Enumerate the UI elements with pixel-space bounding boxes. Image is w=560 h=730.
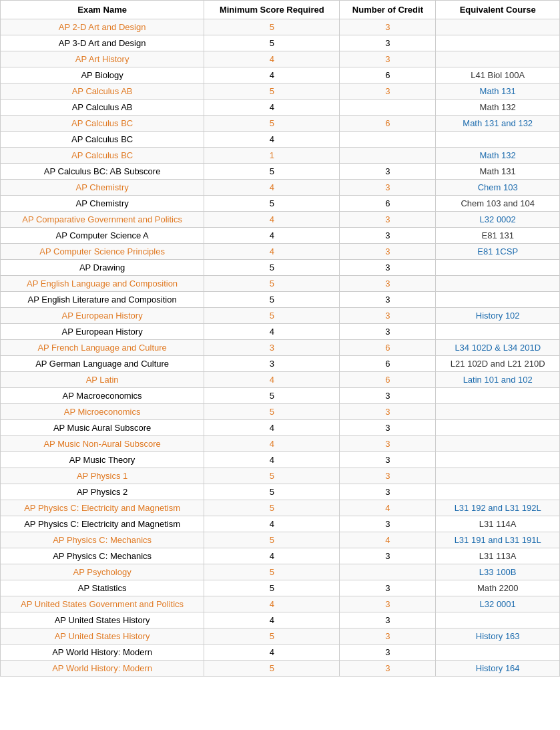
exam-name: AP Calculus BC [1,132,204,148]
equiv-course [436,51,560,67]
num-credit [340,148,436,164]
equiv-course [436,420,560,436]
equiv-course [436,292,560,308]
equiv-course: Math 131 [436,164,560,180]
table-row: AP Chemistry43Chem 103 [1,180,560,196]
table-row: AP Calculus BC1Math 132 [1,148,560,164]
table-row: AP Calculus AB4Math 132 [1,100,560,116]
exam-name: AP Art History [1,51,204,67]
equiv-course: L32 0001 [436,596,560,612]
min-score: 5 [204,468,340,484]
num-credit: 6 [340,356,436,372]
equiv-course [436,468,560,484]
min-score: 5 [204,35,340,51]
equiv-course: L21 102D and L21 210D [436,356,560,372]
exam-name: AP Comparative Government and Politics [1,212,204,228]
num-credit: 3 [340,436,436,452]
num-credit: 3 [340,596,436,612]
min-score: 4 [204,100,340,116]
exam-name: AP Calculus AB [1,100,204,116]
exam-name: AP Statistics [1,580,204,596]
equiv-course [436,452,560,468]
exam-name: AP United States Government and Politics [1,596,204,612]
exam-name: AP Physics 2 [1,484,204,500]
min-score: 5 [204,532,340,548]
num-credit: 3 [340,83,436,100]
exam-name: AP Psychology [1,564,204,580]
table-row: AP Calculus BC56Math 131 and 132 [1,116,560,132]
equiv-course [436,132,560,148]
min-score: 4 [204,548,340,564]
num-credit: 3 [340,516,436,532]
min-score: 5 [204,564,340,580]
table-row: AP English Literature and Composition53 [1,292,560,308]
exam-name: AP Microeconomics [1,404,204,420]
equiv-course [436,612,560,628]
table-row: AP Statistics53Math 2200 [1,580,560,596]
equiv-course [436,324,560,340]
exam-name: AP Computer Science Principles [1,244,204,260]
min-score: 5 [204,388,340,404]
table-row: AP Calculus BC: AB Subscore53Math 131 [1,164,560,180]
table-row: AP United States History43 [1,612,560,628]
num-credit: 3 [340,180,436,196]
num-credit: 3 [340,452,436,468]
min-score: 4 [204,436,340,452]
min-score: 4 [204,180,340,196]
num-credit: 3 [340,212,436,228]
num-credit: 6 [340,372,436,388]
table-row: AP Calculus AB53Math 131 [1,83,560,100]
min-score: 5 [204,404,340,420]
exam-name: AP Physics C: Electricity and Magnetism [1,500,204,516]
exam-name: AP Calculus BC: AB Subscore [1,164,204,180]
exam-name: AP Music Non-Aural Subscore [1,436,204,452]
min-score: 1 [204,148,340,164]
equiv-course: L31 192 and L31 192L [436,500,560,516]
table-row: AP Physics C: Electricity and Magnetism5… [1,500,560,516]
num-credit: 6 [340,340,436,356]
num-credit: 3 [340,51,436,67]
equiv-course: E81 1CSP [436,244,560,260]
table-row: AP Music Non-Aural Subscore43 [1,436,560,452]
col-header-score: Minimum Score Required [204,1,340,19]
table-row: AP Music Theory43 [1,452,560,468]
exam-name: AP United States History [1,628,204,645]
equiv-course [436,645,560,661]
exam-name: AP Calculus BC [1,148,204,164]
table-row: AP Biology46L41 Biol 100A [1,67,560,83]
table-row: AP Microeconomics53 [1,404,560,420]
min-score: 5 [204,628,340,645]
num-credit: 3 [340,19,436,35]
exam-name: AP European History [1,308,204,324]
exam-name: AP Latin [1,372,204,388]
exam-name: AP English Language and Composition [1,276,204,292]
min-score: 4 [204,67,340,83]
equiv-course: L32 0002 [436,212,560,228]
num-credit: 6 [340,196,436,212]
min-score: 5 [204,116,340,132]
num-credit: 3 [340,308,436,324]
min-score: 4 [204,132,340,148]
num-credit: 3 [340,244,436,260]
table-row: AP Physics C: Mechanics43L31 113A [1,548,560,564]
exam-name: AP Computer Science A [1,228,204,244]
min-score: 4 [204,244,340,260]
min-score: 4 [204,228,340,244]
num-credit: 3 [340,276,436,292]
exam-name: AP Drawing [1,260,204,276]
table-row: AP French Language and Culture36L34 102D… [1,340,560,356]
exam-name: AP Music Theory [1,452,204,468]
min-score: 5 [204,500,340,516]
num-credit: 3 [340,260,436,276]
equiv-course: History 163 [436,628,560,645]
num-credit: 6 [340,116,436,132]
num-credit: 3 [340,468,436,484]
num-credit: 3 [340,484,436,500]
equiv-course: Chem 103 [436,180,560,196]
min-score: 4 [204,420,340,436]
equiv-course: L41 Biol 100A [436,67,560,83]
num-credit: 3 [340,645,436,661]
equiv-course [436,388,560,404]
num-credit: 3 [340,548,436,564]
min-score: 4 [204,51,340,67]
